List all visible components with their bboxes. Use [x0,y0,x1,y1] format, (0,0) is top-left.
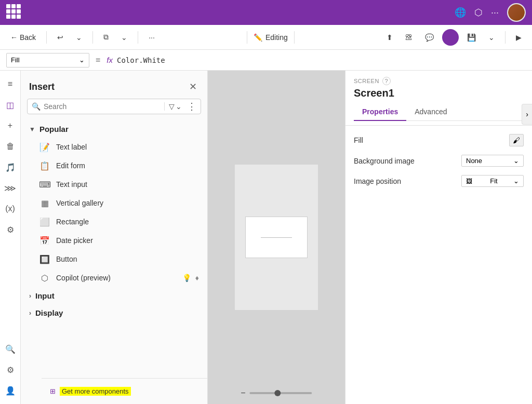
button-item[interactable]: 🔲 Button [21,250,207,268]
rectangle-icon: ⬜ [39,217,50,227]
copilot-actions: 💡 ♦ [182,274,199,282]
display-label: Display [35,308,63,317]
panel-tabs: Properties Advanced [354,103,524,121]
add-icon[interactable]: + [1,116,20,135]
chevron-down-icon: ⌄ [76,33,82,42]
panel-content: Fill 🖌 Background image None ⌄ Image pos… [345,126,532,195]
component-list: ▼ Popular 📝 Text label 📋 Edit form ⌨ Tex… [21,120,207,404]
insert-header: Insert ✕ [21,71,207,99]
call-button[interactable]: 🕾 [401,31,417,44]
image-position-row: Image position 🖼 Fit ⌄ [354,175,524,187]
undo-button[interactable]: ↩ [53,31,68,44]
more-options-icon[interactable]: ··· [491,7,499,18]
date-picker-label: Date picker [56,236,93,245]
user-avatar[interactable] [507,3,526,22]
editing-section: ✏️ Editing [245,31,297,44]
zoom-bar: − [241,388,312,398]
user-icon[interactable]: 👤 [1,381,20,400]
popular-section-header[interactable]: ▼ Popular [21,120,207,138]
edit-form-label: Edit form [56,161,85,170]
right-panel: SCREEN ? Screen1 Properties Advanced Fil… [345,71,532,404]
property-select[interactable]: Fill ⌄ [6,53,89,68]
display-section-header[interactable]: › Display [21,304,207,321]
globe-icon[interactable]: 🌐 [455,7,466,18]
canvas-inner-element [245,217,308,258]
editing-label: Editing [265,33,288,42]
copilot-item[interactable]: ⬡ Copilot (preview) 💡 ♦ [21,268,207,287]
help-icon[interactable]: ? [382,77,391,85]
search-box: 🔍 ▽ ⌄ ⋮ [27,99,201,114]
fx-label: fx [107,56,113,64]
separator-1 [46,31,47,44]
share-icon: ⬆ [387,33,393,42]
user-color-avatar[interactable] [442,29,459,46]
comment-button[interactable]: 💬 [421,31,438,44]
waffle-menu[interactable] [6,4,23,21]
hamburger-menu-icon[interactable]: ≡ [1,75,20,93]
undo-dropdown[interactable]: ⌄ [72,31,86,44]
copilot-icon: ⬡ [39,273,50,283]
media-icon[interactable]: 🎵 [1,158,20,177]
input-section-header[interactable]: › Input [21,287,207,304]
layers-icon[interactable]: ◫ [1,96,20,114]
variables-icon[interactable]: (x) [1,199,20,218]
text-input-item[interactable]: ⌨ Text input [21,175,207,194]
insert-title: Insert [29,82,55,92]
chevron-down-icon-4: ⌄ [79,56,85,64]
formula-input[interactable] [117,56,526,64]
zoom-slider[interactable] [250,392,312,394]
save-icon: 💾 [467,33,476,42]
text-label-item[interactable]: 📝 Text label [21,138,207,156]
filter-button[interactable]: ▽ ⌄ [164,102,182,111]
get-more-components-button[interactable]: ⊞ Get more components [50,387,131,396]
search-sidebar-icon[interactable]: 🔍 [1,340,20,358]
chevron-down-icon-3: ⌄ [488,33,495,42]
chevron-down-icon-5: ⌄ [513,157,519,165]
edit-form-item[interactable]: 📋 Edit form [21,156,207,175]
lightbulb-icon[interactable]: 💡 [182,274,191,282]
tab-advanced[interactable]: Advanced [406,103,455,121]
image-icon: 🖼 [466,178,472,185]
share-button[interactable]: ⬆ [382,31,397,44]
image-position-select[interactable]: 🖼 Fit ⌄ [461,175,524,187]
background-image-value: None [466,157,482,165]
search-input[interactable] [44,99,161,114]
background-image-select[interactable]: None ⌄ [461,155,524,167]
preview-button[interactable]: ▶ [512,31,526,44]
insert-panel: Insert ✕ 🔍 ▽ ⌄ ⋮ ▼ Popular 📝 Text label [21,71,208,404]
preferences-icon[interactable]: ⚙ [1,360,20,379]
button-label: Button [56,255,77,263]
back-arrow-icon: ← [10,33,18,42]
data-icon[interactable]: 🗑 [1,137,20,156]
separator-3 [138,31,138,44]
save-button[interactable]: 💾 [463,31,480,44]
back-button[interactable]: ← Back [6,31,40,44]
popular-label: Popular [39,125,69,133]
screen-label: SCREEN ? [354,77,524,85]
monitor-icon[interactable]: ⬡ [474,7,483,18]
chevron-down-icon-2: ⌄ [121,33,127,42]
date-picker-item[interactable]: 📅 Date picker [21,231,207,250]
vertical-gallery-item[interactable]: ▦ Vertical gallery [21,194,207,212]
diamond-icon[interactable]: ♦ [195,274,199,282]
tab-properties[interactable]: Properties [354,103,406,121]
fill-color-picker[interactable]: 🖌 [509,134,524,146]
paste-button[interactable]: ⧉ [99,31,113,44]
expand-right-button[interactable]: › [522,104,532,125]
more-toolbar-button[interactable]: ··· [144,31,159,44]
toolbar: ← Back ↩ ⌄ ⧉ ⌄ ··· ✏️ Editing ⬆ 🕾 💬 [0,25,532,50]
close-panel-button[interactable]: ✕ [187,79,199,95]
paste-icon: ⧉ [103,33,109,42]
more-options-button[interactable]: ⋮ [187,101,196,112]
canvas-line [261,237,292,238]
save-dropdown[interactable]: ⌄ [484,31,499,44]
settings-icon[interactable]: ⚙ [1,220,20,239]
button-icon: 🔲 [39,254,50,264]
top-bar: 🌐 ⬡ ··· [0,0,532,25]
paste-dropdown[interactable]: ⌄ [117,31,131,44]
canvas-screen [235,165,318,310]
connectors-icon[interactable]: ⋙ [1,179,20,197]
rectangle-label: Rectangle [56,218,89,226]
zoom-out-button[interactable]: − [241,388,245,398]
rectangle-item[interactable]: ⬜ Rectangle [21,212,207,231]
